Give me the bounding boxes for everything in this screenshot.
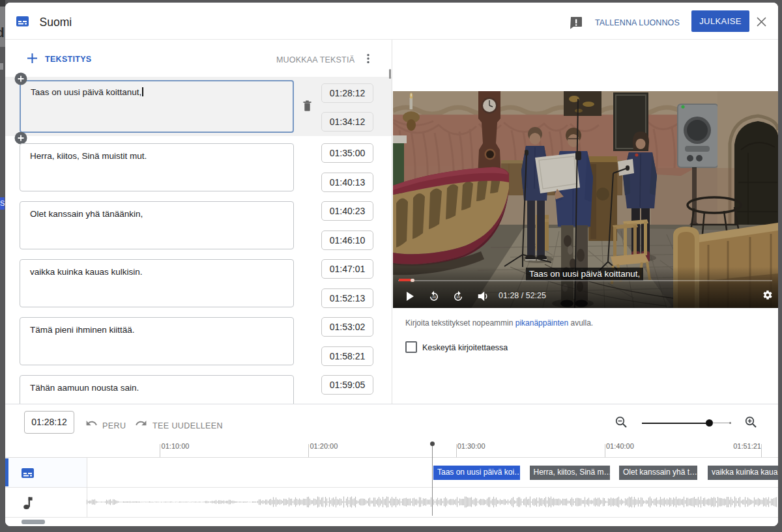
svg-text:10: 10: [432, 295, 436, 299]
svg-text:10: 10: [456, 295, 460, 299]
